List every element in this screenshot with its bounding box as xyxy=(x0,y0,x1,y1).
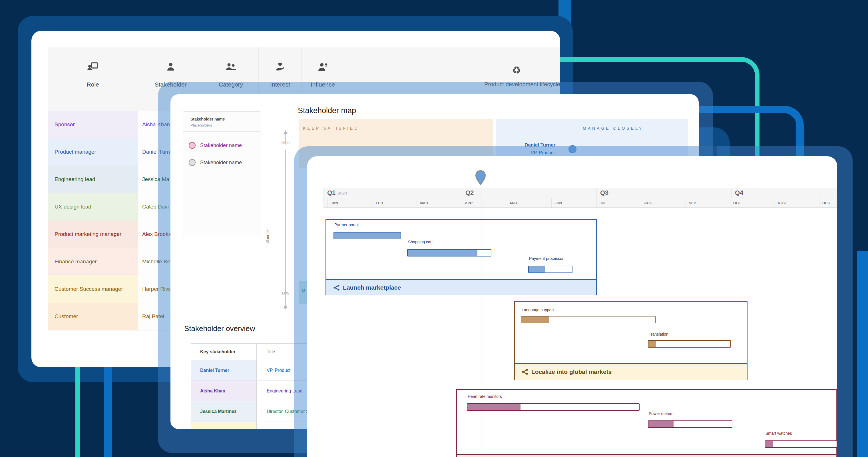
role-cell[interactable]: Engineering lead xyxy=(48,166,145,193)
influence-axis xyxy=(285,150,286,307)
gantt-quarter-label: Q3 xyxy=(600,189,609,196)
gantt-task-label: Translation xyxy=(649,332,669,336)
map-title: Stakeholder map xyxy=(298,106,356,115)
overview-name-cell[interactable]: Aisha Khan xyxy=(191,381,257,401)
overview-title: Stakeholder overview xyxy=(184,324,255,333)
legend-item[interactable]: Stakeholder name xyxy=(189,142,261,149)
today-pin-icon[interactable] xyxy=(475,170,486,185)
quadrant-manage-closely-label: MANAGE CLOSELY xyxy=(583,126,688,130)
gantt-month-label: MAR xyxy=(420,201,428,205)
heart-hand-icon xyxy=(275,62,285,73)
role-cell[interactable]: Product manager xyxy=(48,138,145,166)
gantt-month-may: MAY xyxy=(507,198,552,208)
gantt-group-label: Launch marketplace xyxy=(343,284,401,291)
gantt-month-feb: FEB xyxy=(373,198,417,208)
legend-item-label: Stakeholder name xyxy=(200,143,242,149)
recycle-icon: ♻ xyxy=(512,65,521,75)
gantt-task-bar[interactable] xyxy=(648,340,731,347)
gantt-task-progress xyxy=(648,421,674,427)
axis-low-label: Low xyxy=(282,291,289,295)
gantt-month-oct: OCT xyxy=(730,198,775,208)
gantt-month-apr: APR xyxy=(462,198,506,208)
gantt-month-jul: JUL xyxy=(596,198,641,208)
gantt-month-label: SEP xyxy=(689,201,696,205)
legend-dot-icon xyxy=(189,142,195,149)
legend-subheader: Placeholders xyxy=(183,121,261,132)
role-cell[interactable]: UX design lead xyxy=(48,193,145,221)
gantt-quarter-q1: Q12024 xyxy=(323,188,462,197)
overview-name-cell[interactable] xyxy=(191,422,257,429)
gantt-task-bar[interactable] xyxy=(467,403,640,411)
gantt-task-label: Payment processor xyxy=(529,256,564,261)
gantt-task-label: Heart rate monitors xyxy=(468,394,502,399)
gantt-task-label: Partner portal xyxy=(334,222,359,227)
legend-item-label: Stakeholder name xyxy=(200,160,242,166)
gantt-task-bar[interactable] xyxy=(648,421,733,428)
gantt-month-mar: MAR xyxy=(416,198,461,208)
gantt-month-sep: SEP xyxy=(686,198,731,208)
overview-col-key-stakeholder[interactable]: Key stakeholder xyxy=(191,344,257,360)
gantt-task-bar[interactable] xyxy=(528,266,572,273)
axis-high-label: High xyxy=(282,141,290,145)
gantt-task-bar[interactable] xyxy=(521,316,656,323)
table-header-label: Role xyxy=(87,81,99,88)
gantt-task-bar[interactable] xyxy=(407,249,491,256)
gantt-month-label: JUN xyxy=(555,201,562,205)
overview-name-cell[interactable]: Jessica Martinez xyxy=(191,401,257,422)
window-gantt: Q12024Q2Q3Q4 JANFEBMARAPRMAYJUNJULAUGSEP… xyxy=(307,156,837,457)
gantt-task-progress xyxy=(648,341,656,347)
gantt-quarter-label: Q2 xyxy=(465,189,474,196)
gantt-quarter-q4: Q4 xyxy=(731,188,837,197)
gantt-task-label: Smart watches xyxy=(766,431,792,435)
role-cell[interactable]: Customer Success manager xyxy=(48,275,145,303)
gantt-month-jan: JAN xyxy=(328,198,372,208)
bright-blue-right-band xyxy=(857,251,868,457)
gantt-task-label: Power meters xyxy=(649,411,673,416)
overview-name-cell[interactable]: Daniel Turner xyxy=(191,360,257,381)
gantt-group-footer[interactable]: Launch marketplace xyxy=(327,279,596,295)
gantt-month-label: MAY xyxy=(510,201,518,205)
gantt-month-label: JAN xyxy=(331,201,338,205)
gantt-quarter-label: Q1 xyxy=(327,189,336,196)
legend-dot-icon xyxy=(189,159,195,166)
gantt-group-footer[interactable] xyxy=(457,454,836,457)
gantt-task-label: Shopping cart xyxy=(408,240,433,244)
role-icon xyxy=(87,62,98,72)
gantt-group-footer[interactable]: Localize into global markets xyxy=(515,363,747,380)
gantt-month-label: DEC xyxy=(822,201,830,205)
gantt-task-progress xyxy=(765,441,773,447)
role-cell[interactable]: Product marketing manager xyxy=(48,220,145,248)
person-icon xyxy=(166,62,175,72)
legend-item[interactable]: Stakeholder name xyxy=(189,159,261,166)
gantt-task-progress xyxy=(529,266,545,273)
axis-arrow-up-icon xyxy=(283,130,287,134)
gantt-task-progress xyxy=(334,233,401,239)
branch-icon xyxy=(522,368,528,375)
gantt-month-jun: JUN xyxy=(551,198,596,208)
gantt-month-label: AUG xyxy=(644,201,652,205)
branch-icon xyxy=(333,284,340,291)
gantt-group-label: Localize into global markets xyxy=(531,368,612,375)
people-icon xyxy=(225,62,237,72)
gantt-quarter-q2: Q2 xyxy=(462,188,597,197)
gantt-month-label: APR xyxy=(465,201,472,205)
marketing-composite: RoleStakeholderCategoryInterestInfluence… xyxy=(0,0,868,457)
gantt-month-nov: NOV xyxy=(775,198,819,208)
gantt-task-bar[interactable] xyxy=(334,232,401,239)
gantt-task-progress xyxy=(467,404,521,410)
gantt-month-label: NOV xyxy=(778,201,786,205)
gantt-quarter-q3: Q3 xyxy=(596,188,732,197)
gantt-month-label: OCT xyxy=(733,201,741,205)
role-cell[interactable]: Sponsor xyxy=(48,111,145,139)
role-cell[interactable]: Finance manager xyxy=(48,248,145,276)
quadrant-keep-satisfied-label: KEEP SATISFIED xyxy=(303,126,493,130)
table-header-col-role[interactable]: Role xyxy=(48,48,138,111)
person-up-icon xyxy=(318,62,328,72)
gantt-task-progress xyxy=(521,316,549,323)
gantt-month-label: FEB xyxy=(376,201,383,205)
axis-end-dot xyxy=(284,306,287,309)
axis-influence-label: Influence xyxy=(265,230,270,246)
role-cell[interactable]: Customer xyxy=(48,303,145,331)
gantt-month-label: JUL xyxy=(599,201,607,205)
gantt-task-bar[interactable] xyxy=(765,440,837,448)
